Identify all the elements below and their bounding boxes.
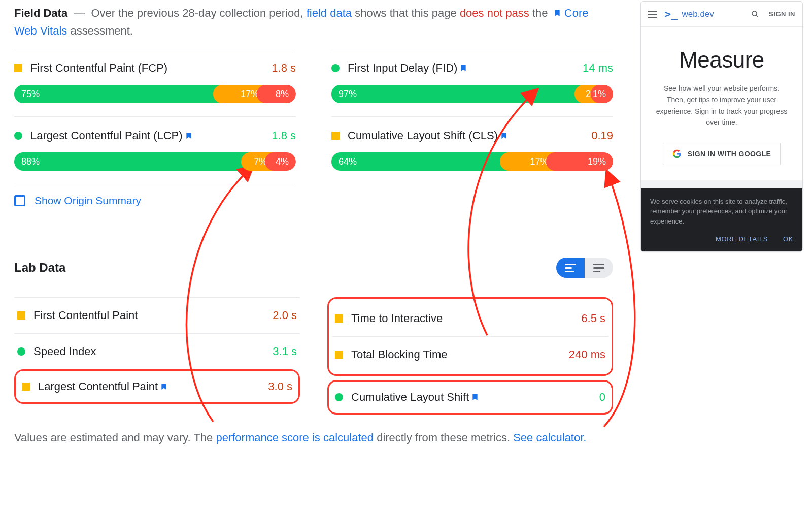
bookmark-icon xyxy=(160,382,168,392)
status-icon xyxy=(331,132,340,140)
assessment-fail: does not pass xyxy=(460,7,529,19)
status-icon xyxy=(14,64,22,72)
lab-row-si: Speed Index 3.1 s xyxy=(14,333,300,369)
metric-fid: First Input Delay (FID) 14 ms 97% 2% 1% xyxy=(331,49,613,116)
status-icon xyxy=(335,314,343,323)
svg-point-0 xyxy=(752,11,757,16)
view-compact-button[interactable] xyxy=(585,258,613,278)
search-icon[interactable] xyxy=(751,10,760,19)
bookmark-icon xyxy=(553,8,561,18)
highlight-tti-tbt: Time to Interactive 6.5 s Total Blocking… xyxy=(327,297,613,376)
cookie-text: We serve cookies on this site to analyze… xyxy=(650,197,793,227)
metric-value: 14 ms xyxy=(583,61,613,75)
status-icon xyxy=(14,132,22,140)
metric-value: 1.8 s xyxy=(272,61,296,75)
field-data-title: Field Data xyxy=(14,7,67,19)
view-detailed-button[interactable] xyxy=(556,258,585,278)
metric-cls: Cumulative Layout Shift (CLS) 0.19 64% 1… xyxy=(331,116,613,184)
metric-name: First Input Delay (FID) xyxy=(348,61,574,75)
bookmark-icon xyxy=(185,131,193,141)
show-origin-summary[interactable]: Show Origin Summary xyxy=(14,184,296,217)
see-calculator-link[interactable]: See calculator. xyxy=(513,431,586,444)
lab-data-title: Lab Data xyxy=(14,261,65,275)
bookmark-icon xyxy=(471,392,479,402)
google-signin-button[interactable]: SIGN IN WITH GOOGLE xyxy=(663,143,781,165)
google-icon xyxy=(672,149,682,158)
distribution-bar: 97% 2% 1% xyxy=(331,85,613,103)
webdev-logo[interactable]: >_ web.dev xyxy=(664,8,714,20)
metric-lcp: Largest Contentful Paint (LCP) 1.8 s 88%… xyxy=(14,116,296,184)
measure-description: See how well your website performs. Then… xyxy=(651,83,792,129)
status-icon xyxy=(17,347,25,356)
highlight-lcp: Largest Contentful Paint 3.0 s xyxy=(14,369,300,404)
status-icon xyxy=(335,351,343,359)
logo-mark-icon: >_ xyxy=(664,8,678,20)
sign-in-link[interactable]: SIGN IN xyxy=(769,10,795,18)
metric-name: Largest Contentful Paint (LCP) xyxy=(30,129,263,142)
status-icon xyxy=(17,311,25,320)
bookmark-icon xyxy=(500,131,508,141)
svg-line-1 xyxy=(756,15,758,17)
lab-row-tti: Time to Interactive 6.5 s xyxy=(332,301,608,336)
status-icon xyxy=(331,64,340,72)
metric-name: First Contentful Paint (FCP) xyxy=(30,61,263,75)
highlight-cls: Cumulative Layout Shift 0 xyxy=(327,380,613,415)
measure-heading: Measure xyxy=(651,47,792,73)
lab-row-tbt: Total Blocking Time 240 ms xyxy=(332,336,608,372)
cookie-ok-button[interactable]: OK xyxy=(783,234,793,244)
field-data-summary: Field Data — Over the previous 28-day co… xyxy=(14,4,613,40)
lab-row-lcp: Largest Contentful Paint 3.0 s xyxy=(19,372,295,401)
cookie-banner: We serve cookies on this site to analyze… xyxy=(641,188,802,251)
distribution-bar: 88% 7% 4% xyxy=(14,152,296,171)
distribution-bar: 64% 17% 19% xyxy=(331,152,613,171)
field-data-link[interactable]: field data xyxy=(307,7,352,19)
distribution-bar: 75% 17% 8% xyxy=(14,85,296,103)
metric-value: 0.19 xyxy=(591,129,613,142)
bookmark-icon xyxy=(459,63,467,73)
origin-label: Show Origin Summary xyxy=(35,195,141,207)
view-toggle[interactable] xyxy=(556,258,613,278)
lab-row-cls: Cumulative Layout Shift 0 xyxy=(332,383,608,412)
metric-fcp: First Contentful Paint (FCP) 1.8 s 75% 1… xyxy=(14,49,296,116)
more-details-link[interactable]: MORE DETAILS xyxy=(716,234,768,244)
lab-row-fcp: First Contentful Paint 2.0 s xyxy=(14,297,300,333)
metric-value: 1.8 s xyxy=(272,129,296,142)
perf-score-link[interactable]: performance score is calculated xyxy=(216,431,374,444)
menu-icon[interactable] xyxy=(648,11,657,18)
status-icon xyxy=(22,383,30,391)
checkbox-icon[interactable] xyxy=(14,195,25,206)
lab-footnote: Values are estimated and may vary. The p… xyxy=(14,429,613,447)
device-preview: >_ web.dev SIGN IN Measure See how well … xyxy=(640,1,803,252)
dash: — xyxy=(74,7,85,19)
status-icon xyxy=(335,393,343,401)
metric-name: Cumulative Layout Shift (CLS) xyxy=(348,129,583,142)
